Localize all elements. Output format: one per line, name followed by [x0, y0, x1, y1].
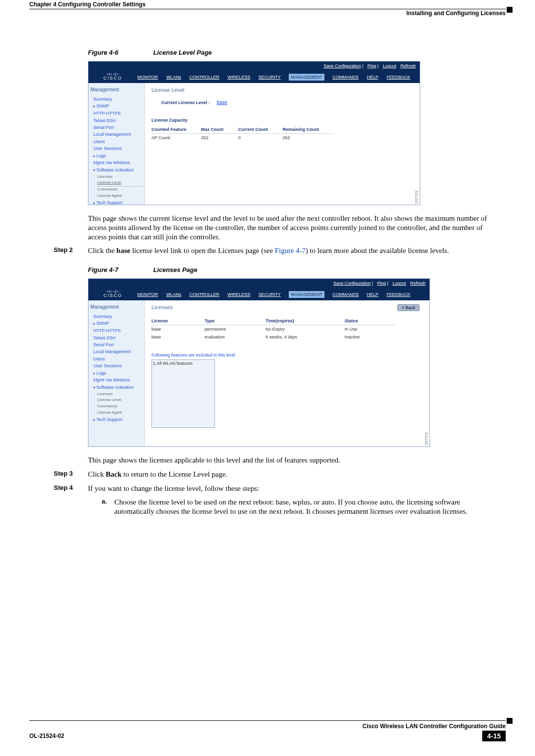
cap-cell-feature: AP Count: [151, 134, 201, 142]
nav-security[interactable]: SECURITY: [258, 75, 281, 80]
nav-management-2[interactable]: MANAGEMENT: [289, 291, 324, 298]
nav-wireless-2[interactable]: WIRELESS: [228, 292, 251, 297]
sidebar-item-http[interactable]: HTTP-HTTPS: [93, 110, 142, 117]
page-title-licenses: Licenses: [151, 304, 423, 310]
cisco-logo-2: ·ı|ı·ı|ı· CISCO: [88, 290, 137, 298]
nav-wireless[interactable]: WIRELESS: [228, 75, 251, 80]
paragraph-after-fig6: This page shows the current license leve…: [88, 214, 493, 241]
sidebar-sub-license-level-2[interactable]: License Level: [97, 397, 142, 403]
sidebar-item-logs[interactable]: Logs: [93, 152, 142, 160]
step-3-post: to return to the License Level page.: [122, 470, 228, 478]
step-2-text: Click the base license level link to ope…: [88, 246, 449, 255]
sub-a-b1: base: [276, 498, 289, 506]
sidebar-item-telnet[interactable]: Telnet-SSH: [93, 117, 142, 124]
refresh-link-2[interactable]: Refresh: [410, 281, 426, 286]
figure-4-7-xref[interactable]: Figure 4-7: [275, 247, 305, 254]
lic-cell: 8 weeks, 4 days: [265, 333, 344, 341]
nav-security-2[interactable]: SECURITY: [258, 292, 281, 297]
sidebar-item-user-sessions[interactable]: User Sessions: [93, 145, 142, 152]
logout-link[interactable]: Logout: [383, 63, 396, 68]
cap-hdr-remaining: Remaining Count: [283, 126, 334, 134]
sidebar-sub-licenses[interactable]: Licenses: [97, 174, 142, 180]
figure-7-number: Figure 4-7: [88, 266, 151, 273]
shot7-navrow: ·ı|ı·ı|ı· CISCO MONITOR WLANs CONTROLLER…: [88, 288, 429, 300]
lic-cell: In Use: [344, 325, 395, 334]
sidebar-item-summary-2[interactable]: Summary: [93, 313, 142, 320]
footer-doc-title: Cisco Wireless LAN Controller Configurat…: [29, 723, 506, 730]
nav-controller[interactable]: CONTROLLER: [189, 75, 219, 80]
sidebar-item-software-activation-2[interactable]: Software Activation: [93, 384, 142, 391]
sub-a-b4: auto: [380, 498, 392, 506]
step-2-mid: license level link to open the Licenses …: [130, 247, 275, 254]
sidebar-item-tech-support-2[interactable]: Tech Support: [93, 416, 142, 423]
back-button[interactable]: < Back: [397, 304, 420, 311]
sidebar-item-mgmt-wireless-2[interactable]: Mgmt Via Wireless: [93, 377, 142, 383]
features-listbox[interactable]: 1.All WLAN features: [151, 359, 215, 428]
sidebar-item-http-2[interactable]: HTTP-HTTPS: [93, 327, 142, 334]
sub-a-b2: wplus: [293, 498, 310, 506]
save-config-link[interactable]: Save Configuration: [323, 63, 361, 68]
nav-monitor[interactable]: MONITOR: [137, 75, 158, 80]
sidebar-sub-license-level[interactable]: License Level: [97, 180, 142, 187]
lic-hdr-status: Status: [344, 317, 395, 325]
sidebar-sub-commands-2[interactable]: Commands: [97, 403, 142, 410]
nav-commands-2[interactable]: COMMANDS: [333, 292, 359, 297]
lic-cell: No Expiry: [265, 325, 344, 334]
step-2-post: ) to learn more about the available lice…: [305, 247, 449, 254]
nav-help-2[interactable]: HELP: [367, 292, 379, 297]
nav-commands[interactable]: COMMANDS: [333, 75, 359, 80]
sidebar-title: Management: [90, 86, 142, 94]
sidebar-item-local-users[interactable]: Local Management Users: [93, 131, 142, 145]
nav-monitor-2[interactable]: MONITOR: [137, 292, 158, 297]
ping-link[interactable]: Ping: [367, 63, 376, 68]
nav-controller-2[interactable]: CONTROLLER: [189, 292, 219, 297]
shot6-sidebar: Management Summary SNMP HTTP-HTTPS Telne…: [88, 83, 145, 205]
sidebar-item-user-sessions-2[interactable]: User Sessions: [93, 362, 142, 369]
sidebar-item-software-activation[interactable]: Software Activation: [93, 167, 142, 174]
sidebar-item-logs-2[interactable]: Logs: [93, 370, 142, 377]
sidebar-item-serial[interactable]: Serial Port: [93, 124, 142, 131]
current-license-level-link[interactable]: base: [216, 100, 227, 105]
lic-row-2: base evaluation 8 weeks, 4 days Inactive: [151, 333, 396, 341]
sidebar-item-tech-support[interactable]: Tech Support: [93, 199, 142, 205]
footer-doc-id: OL-21524-02: [29, 733, 64, 739]
nav-feedback-2[interactable]: FEEDBACK: [386, 292, 410, 297]
cap-cell-current: 0: [238, 134, 283, 142]
save-config-link-2[interactable]: Save Configuration: [333, 281, 371, 286]
sidebar-title-2: Management: [90, 303, 142, 311]
step-3-pre: Click: [88, 470, 106, 478]
features-included-label: Following features are included in this …: [151, 353, 423, 357]
sidebar-sub-licenses-2[interactable]: Licenses: [97, 391, 142, 398]
sidebar-item-mgmt-wireless[interactable]: Mgmt Via Wireless: [93, 159, 142, 166]
nav-wlans[interactable]: WLANs: [166, 75, 181, 80]
nav-help[interactable]: HELP: [367, 75, 379, 80]
sidebar-item-snmp[interactable]: SNMP: [93, 103, 142, 110]
lic-hdr-type: Type: [205, 317, 266, 325]
logout-link-2[interactable]: Logout: [392, 281, 406, 286]
page-title-license-level: License Level: [151, 87, 413, 93]
footer-tick: [507, 718, 513, 724]
sidebar-sub-commands[interactable]: Commands: [97, 187, 142, 193]
sidebar-sub-license-agent[interactable]: License Agent: [97, 193, 142, 199]
nav-feedback[interactable]: FEEDBACK: [386, 75, 410, 80]
nav-wlans-2[interactable]: WLANs: [166, 292, 181, 297]
header-tick: [507, 7, 513, 13]
sidebar-item-local-users-2[interactable]: Local Management Users: [93, 348, 142, 362]
cap-cell-max: 262: [201, 134, 238, 142]
sidebar-sub-license-agent-2[interactable]: License Agent: [97, 410, 142, 416]
figure-7-caption: Figure 4-7 Licenses Page: [88, 266, 493, 273]
cap-cell-remaining: 262: [283, 134, 334, 142]
refresh-link[interactable]: Refresh: [400, 63, 416, 68]
sidebar-item-serial-2[interactable]: Serial Port: [93, 341, 142, 348]
figure-6-number: Figure 4-6: [88, 49, 151, 56]
current-license-level-label: Current License Level :: [161, 100, 210, 105]
sidebar-item-summary[interactable]: Summary: [93, 96, 142, 103]
sidebar-item-snmp-2[interactable]: SNMP: [93, 320, 142, 327]
step-2-pre: Click the: [88, 247, 116, 254]
ping-link-2[interactable]: Ping: [377, 281, 386, 286]
shot7-topbar: Save Configuration | Ping | Logout Refre…: [88, 279, 429, 288]
sub-a-b3: auto: [321, 498, 334, 506]
sidebar-item-telnet-2[interactable]: Telnet-SSH: [93, 335, 142, 341]
lic-cell: base: [151, 333, 205, 341]
nav-management[interactable]: MANAGEMENT: [289, 74, 324, 81]
